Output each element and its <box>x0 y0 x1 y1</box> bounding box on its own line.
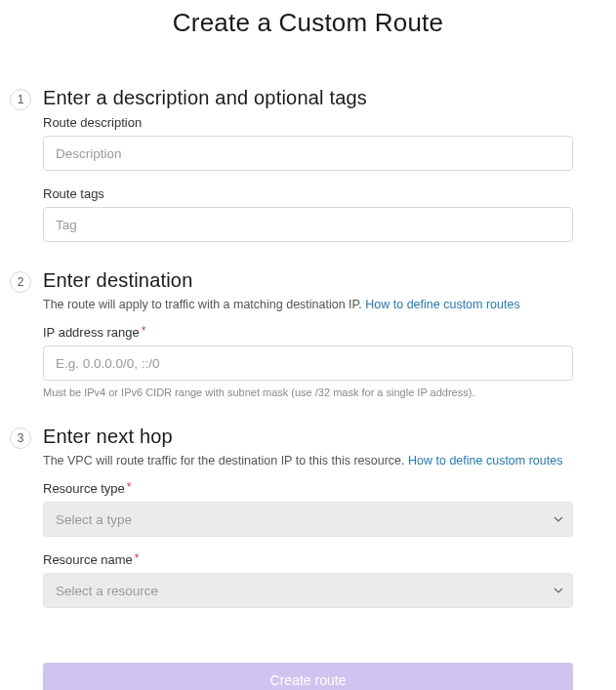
ip-range-input[interactable] <box>43 345 573 381</box>
step-1-title: Enter a description and optional tags <box>43 87 573 109</box>
resource-type-label: Resource type* <box>43 481 573 496</box>
ip-range-helper: Must be IPv4 or IPv6 CIDR range with sub… <box>43 386 573 398</box>
route-tags-field: Route tags <box>43 186 573 242</box>
resource-type-field: Resource type* Select a type <box>43 481 573 537</box>
required-asterisk: * <box>142 324 146 338</box>
step-2-desc-text: The route will apply to traffic with a m… <box>43 298 365 311</box>
resource-name-select-placeholder: Select a resource <box>56 584 158 598</box>
step-3: 3 Enter next hop The VPC will route traf… <box>0 426 616 608</box>
resource-type-select-placeholder: Select a type <box>56 512 132 527</box>
step-1-number: 1 <box>10 89 31 110</box>
step-3-help-link[interactable]: How to define custom routes <box>408 454 562 467</box>
ip-range-label-text: IP address range <box>43 325 140 340</box>
step-3-number: 3 <box>10 427 31 449</box>
resource-type-select[interactable]: Select a type <box>43 502 573 537</box>
step-3-desc: The VPC will route traffic for the desti… <box>43 454 573 467</box>
required-asterisk: * <box>127 480 132 494</box>
step-3-title: Enter next hop <box>43 426 573 448</box>
step-2-number: 2 <box>10 271 31 293</box>
actions: Create route <box>0 635 616 690</box>
route-tags-label: Route tags <box>43 186 573 201</box>
resource-name-label: Resource name* <box>43 552 573 567</box>
route-tags-input[interactable] <box>43 207 573 242</box>
step-1: 1 Enter a description and optional tags … <box>0 87 616 242</box>
resource-name-label-text: Resource name <box>43 552 133 567</box>
route-description-input[interactable] <box>43 136 573 171</box>
resource-name-field: Resource name* Select a resource <box>43 552 573 608</box>
ip-range-label: IP address range* <box>43 325 573 340</box>
step-2-desc: The route will apply to traffic with a m… <box>43 298 573 311</box>
route-description-label: Route description <box>43 115 573 130</box>
required-asterisk: * <box>135 551 140 565</box>
page-title: Create a Custom Route <box>0 8 616 38</box>
step-2-help-link[interactable]: How to define custom routes <box>365 298 519 311</box>
resource-name-select[interactable]: Select a resource <box>43 573 573 608</box>
create-route-button[interactable]: Create route <box>43 663 573 690</box>
step-2-title: Enter destination <box>43 269 573 292</box>
step-3-desc-text: The VPC will route traffic for the desti… <box>43 454 408 467</box>
resource-type-label-text: Resource type <box>43 481 125 496</box>
step-2: 2 Enter destination The route will apply… <box>0 269 616 398</box>
ip-range-field: IP address range* Must be IPv4 or IPv6 C… <box>43 325 573 398</box>
route-description-field: Route description <box>43 115 573 171</box>
